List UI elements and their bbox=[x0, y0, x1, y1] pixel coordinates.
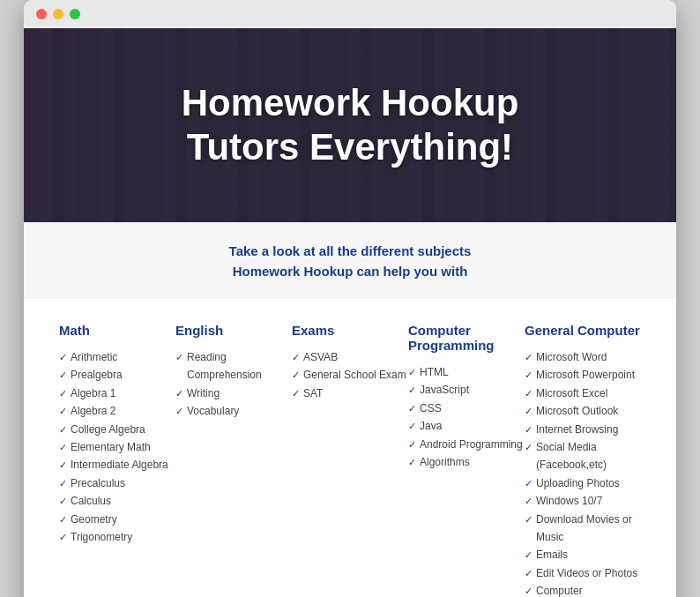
list-item: Precalculus bbox=[59, 474, 175, 492]
list-item: ASVAB bbox=[292, 348, 408, 366]
list-item: Computer Maintenance bbox=[525, 582, 641, 597]
hero-section: Homework Hookup Tutors Everything! bbox=[24, 28, 676, 222]
list-item: CSS bbox=[408, 399, 525, 417]
list-item: Microsoft Outlook bbox=[525, 402, 641, 420]
list-item: Geometry bbox=[59, 511, 175, 528]
list-item: College Algebra bbox=[59, 421, 175, 438]
browser-window: Homework Hookup Tutors Everything! Take … bbox=[24, 0, 676, 597]
list-item: SAT bbox=[292, 384, 408, 402]
exams-list: ASVAB General School Exam SAT bbox=[292, 348, 408, 402]
subject-heading-general-computer: General Computer bbox=[525, 323, 641, 338]
list-item: Uploading Photos bbox=[525, 474, 641, 492]
list-item: Download Movies or Music bbox=[525, 511, 641, 547]
subjects-section: Math Arithmetic Prealgebra Algebra 1 Alg… bbox=[24, 298, 676, 597]
list-item: Trigonometry bbox=[59, 528, 175, 546]
list-item: Calculus bbox=[59, 492, 175, 510]
hero-title-line1: Homework Hookup bbox=[182, 81, 519, 125]
list-item: Intermediate Algebra bbox=[59, 456, 175, 474]
subject-col-math: Math Arithmetic Prealgebra Algebra 1 Alg… bbox=[59, 323, 175, 597]
page-wrapper: Homework Hookup Tutors Everything! Take … bbox=[24, 28, 676, 597]
programming-list: HTML JavaScript CSS Java Android Program… bbox=[408, 363, 525, 471]
subject-col-programming: ComputerProgramming HTML JavaScript CSS … bbox=[408, 323, 525, 597]
general-computer-list: Microsoft Word Microsoft Powerpoint Micr… bbox=[525, 348, 641, 597]
list-item: Edit Videos or Photos bbox=[525, 564, 641, 582]
list-item: Android Programming bbox=[408, 436, 525, 453]
list-item: Algebra 2 bbox=[59, 402, 175, 420]
browser-titlebar bbox=[24, 0, 676, 28]
list-item: Windows 10/7 bbox=[525, 492, 641, 510]
subtitle-line2: Homework Hookup can help you with bbox=[233, 264, 468, 279]
hero-title: Homework Hookup Tutors Everything! bbox=[182, 81, 519, 170]
english-list: Reading Comprehension Writing Vocabulary bbox=[175, 348, 292, 421]
subject-col-english: English Reading Comprehension Writing Vo… bbox=[175, 323, 292, 597]
list-item: JavaScript bbox=[408, 381, 525, 399]
list-item: Algebra 1 bbox=[59, 384, 175, 402]
subject-col-general-computer: General Computer Microsoft Word Microsof… bbox=[525, 323, 641, 597]
list-item: Java bbox=[408, 417, 525, 435]
subject-heading-exams: Exams bbox=[292, 323, 408, 338]
close-button[interactable] bbox=[36, 9, 47, 19]
list-item: Algorithms bbox=[408, 453, 525, 471]
subject-heading-math: Math bbox=[59, 323, 175, 338]
list-item: Microsoft Word bbox=[525, 348, 641, 366]
subtitle-line1: Take a look at all the different subject… bbox=[229, 243, 472, 258]
list-item: Arithmetic bbox=[59, 348, 175, 366]
list-item: Microsoft Powerpoint bbox=[525, 366, 641, 384]
subject-col-exams: Exams ASVAB General School Exam SAT bbox=[292, 323, 408, 597]
list-item: Writing bbox=[175, 384, 292, 402]
list-item: General School Exam bbox=[292, 366, 408, 384]
maximize-button[interactable] bbox=[70, 9, 80, 19]
hero-title-line2: Tutors Everything! bbox=[182, 125, 519, 169]
subtitle-text: Take a look at all the different subject… bbox=[59, 242, 641, 281]
subject-heading-programming: ComputerProgramming bbox=[408, 323, 525, 353]
math-list: Arithmetic Prealgebra Algebra 1 Algebra … bbox=[59, 348, 175, 546]
hero-text: Homework Hookup Tutors Everything! bbox=[164, 81, 537, 170]
list-item: HTML bbox=[408, 363, 525, 381]
list-item: Prealgebra bbox=[59, 366, 175, 384]
subject-heading-english: English bbox=[175, 323, 292, 338]
minimize-button[interactable] bbox=[53, 9, 63, 19]
list-item: Emails bbox=[525, 546, 641, 563]
subtitle-section: Take a look at all the different subject… bbox=[24, 222, 676, 298]
list-item: Vocabulary bbox=[175, 402, 292, 420]
list-item: Internet Browsing bbox=[525, 421, 641, 438]
list-item: Social Media (Facebook,etc) bbox=[525, 438, 641, 474]
list-item: Microsoft Excel bbox=[525, 384, 641, 402]
list-item: Elementary Math bbox=[59, 438, 175, 456]
list-item: Reading Comprehension bbox=[175, 348, 292, 384]
